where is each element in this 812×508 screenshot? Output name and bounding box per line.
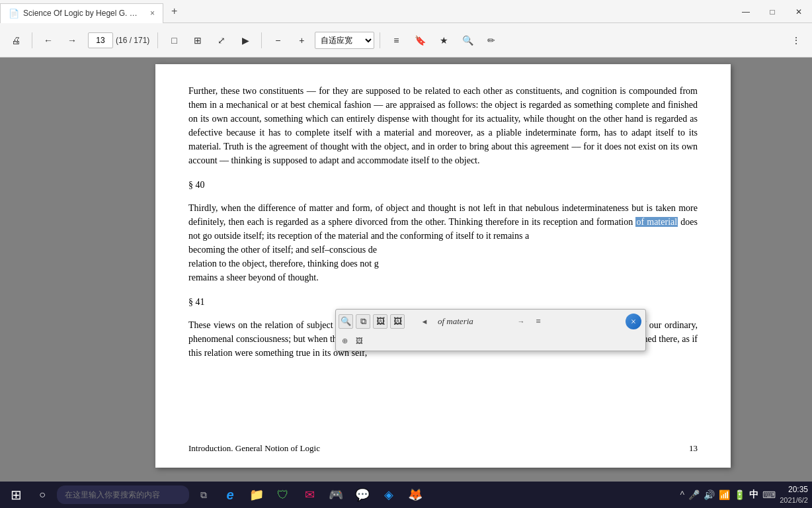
popup-row2: ⊕ 🖼 [339, 333, 643, 348]
taskbar-search-input[interactable] [57, 486, 189, 504]
popup-close-icon: × [626, 314, 641, 329]
pdf-paragraph-1: Further, these two constituents –– for t… [188, 84, 698, 167]
back-button[interactable]: ← [38, 30, 59, 51]
popup-arrow-right-button[interactable]: → [514, 314, 528, 329]
toolbar-separator [32, 32, 32, 48]
taskbar-search-button[interactable]: ○ [30, 483, 54, 507]
zoom-out-button[interactable]: − [267, 30, 288, 51]
browser-tab[interactable]: 📄 Science Of Logic by Hegel G. W. F (z-l… [0, 3, 163, 23]
edge-icon[interactable]: e [218, 483, 242, 507]
footer-left: Introduction. General Notion of Logic [188, 442, 320, 455]
title-bar: 📄 Science Of Logic by Hegel G. W. F (z-l… [0, 0, 812, 23]
clock-time: 20:35 [780, 485, 808, 495]
app1-icon[interactable]: ◈ [377, 483, 401, 507]
tab-close-button[interactable]: × [150, 9, 155, 18]
security-icon[interactable]: 🛡 [271, 483, 295, 507]
section-heading-2: § 41 [188, 295, 698, 309]
windows-start-button[interactable]: ⊞ [4, 483, 28, 507]
battery-icon[interactable]: 🔋 [734, 489, 745, 500]
footer-right: 13 [689, 442, 698, 455]
toolbar-separator-4 [380, 32, 380, 48]
page-count-label: (16 / 171) [116, 36, 149, 45]
popup-search-icon[interactable]: 🔍 [339, 314, 353, 329]
star-button[interactable]: ★ [433, 30, 454, 51]
clock-date: 2021/6/2 [780, 495, 808, 505]
list-view-button[interactable]: ≡ [386, 30, 407, 51]
close-button[interactable]: ✕ [786, 0, 812, 23]
paragraph-2-text-1: Thirdly, when the difference of matter a… [188, 203, 698, 227]
search-button[interactable]: 🔍 [457, 30, 478, 51]
pdf-paragraph-2: Thirdly, when the difference of matter a… [188, 201, 698, 284]
pdf-toolbar: 🖨 ← → (16 / 171) □ ⊞ ⤢ ▶ − + 自适应宽 50% 75… [0, 23, 812, 58]
highlighted-text: of material [635, 217, 678, 227]
wechat-icon[interactable]: 💬 [350, 483, 374, 507]
popup-copy-icon[interactable]: ⧉ [356, 314, 370, 329]
pdf-footer: Introduction. General Notion of Logic 13 [188, 442, 698, 455]
two-page-button[interactable]: ⊞ [187, 30, 208, 51]
volume-icon[interactable]: 🔊 [704, 489, 715, 500]
play-button[interactable]: ▶ [235, 30, 256, 51]
search-popup[interactable]: 🔍 ⧉ 🖼 🖼 ◄ of materia → ≡ × [335, 309, 646, 351]
toolbar-separator-2 [157, 32, 158, 48]
zoom-dropdown[interactable]: 自适应宽 50% 75% 100% 125% 150% 200% [315, 32, 374, 49]
expand-tray-icon[interactable]: ^ [680, 489, 685, 500]
popup-image-icon2[interactable]: 🖼 [390, 314, 405, 329]
menu-button[interactable]: ⋮ [786, 30, 807, 51]
popup-close-button[interactable]: × [624, 312, 643, 331]
popup-sub-icon2[interactable]: 🖼 [353, 335, 365, 347]
popup-settings-button[interactable]: ≡ [531, 314, 546, 329]
single-page-button[interactable]: □ [163, 30, 184, 51]
zoom-in-button[interactable]: + [291, 30, 312, 51]
games-icon[interactable]: 🎮 [324, 483, 348, 507]
ime-icon[interactable]: ⌨ [762, 489, 776, 500]
forward-button[interactable]: → [61, 30, 83, 51]
window-controls: — □ ✕ [733, 0, 812, 23]
toolbar-separator-3 [261, 32, 262, 48]
bookmark-button[interactable]: 🔖 [409, 30, 430, 51]
app2-icon[interactable]: 🦊 [403, 483, 427, 507]
full-page-button[interactable]: ⤢ [211, 30, 232, 51]
language-icon[interactable]: 中 [749, 489, 758, 501]
taskbar-right: ^ 🎤 🔊 📶 🔋 中 ⌨ 20:35 2021/6/2 [680, 485, 808, 505]
page-number-input[interactable] [88, 32, 113, 48]
section-heading-1: § 40 [188, 178, 698, 192]
popup-nav-left-button[interactable]: ◄ [418, 314, 431, 329]
popup-toolbar: 🔍 ⧉ 🖼 🖼 ◄ of materia → ≡ × [339, 312, 643, 331]
tab-title: Science Of Logic by Hegel G. W. F (z-lib… [23, 9, 142, 18]
main-area: Further, these two constituents –– for t… [0, 58, 812, 482]
paragraph-2-text-3: becoming the other of itself; and self–c… [188, 245, 377, 255]
pdf-page: Further, these two constituents –– for t… [155, 64, 731, 468]
paragraph-2-text-4: relation to the object, therefore, think… [188, 259, 379, 269]
paragraph-2-text-5: remains a sheer beyond of thought. [188, 273, 319, 282]
network-icon[interactable]: 📶 [719, 489, 730, 500]
file-explorer-icon[interactable]: 📁 [245, 483, 268, 507]
mail-icon[interactable]: ✉ [298, 483, 321, 507]
tab-favicon: 📄 [9, 9, 19, 19]
left-sidebar [0, 58, 74, 482]
minimize-button[interactable]: — [733, 0, 759, 23]
popup-sub-icon1[interactable]: ⊕ [339, 335, 350, 347]
maximize-button[interactable]: □ [759, 0, 786, 23]
page-input-group: (16 / 171) [88, 32, 149, 48]
popup-image-icon[interactable]: 🖼 [373, 314, 387, 329]
taskbar-clock[interactable]: 20:35 2021/6/2 [780, 485, 808, 505]
popup-search-text: of materia [434, 315, 511, 328]
task-view-button[interactable]: ⧉ [192, 483, 216, 507]
new-tab-button[interactable]: + [166, 3, 183, 20]
pdf-viewer-area[interactable]: Further, these two constituents –– for t… [74, 58, 812, 482]
paragraph-1-text: Further, these two constituents –– for t… [188, 86, 698, 165]
edit-button[interactable]: ✏ [481, 30, 502, 51]
taskbar: ⊞ ○ ⧉ e 📁 🛡 ✉ 🎮 💬 ◈ 🦊 ^ 🎤 🔊 📶 🔋 中 ⌨ 20:3… [0, 482, 812, 508]
print-button[interactable]: 🖨 [5, 30, 26, 51]
mic-icon[interactable]: 🎤 [688, 489, 700, 500]
